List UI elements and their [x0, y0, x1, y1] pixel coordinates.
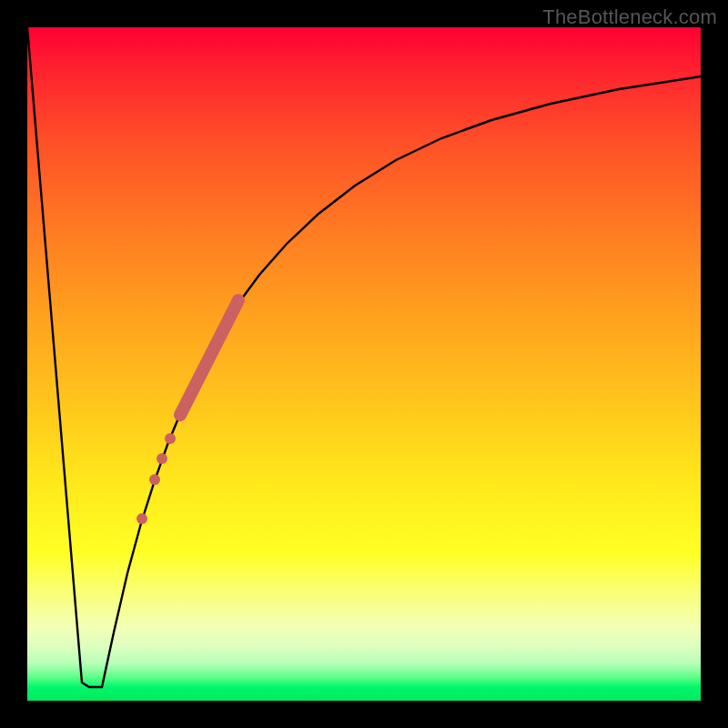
dot-b: [157, 453, 167, 464]
dot-d: [136, 513, 147, 524]
highlight-band: [180, 300, 238, 415]
dot-a: [165, 433, 176, 444]
dot-c: [149, 474, 160, 485]
plot-area: [27, 27, 701, 701]
chart-frame: TheBottleneck.com: [0, 0, 728, 728]
curve-layer: [27, 27, 701, 701]
watermark-text: TheBottleneck.com: [542, 5, 717, 29]
bottleneck-curve: [27, 27, 701, 687]
